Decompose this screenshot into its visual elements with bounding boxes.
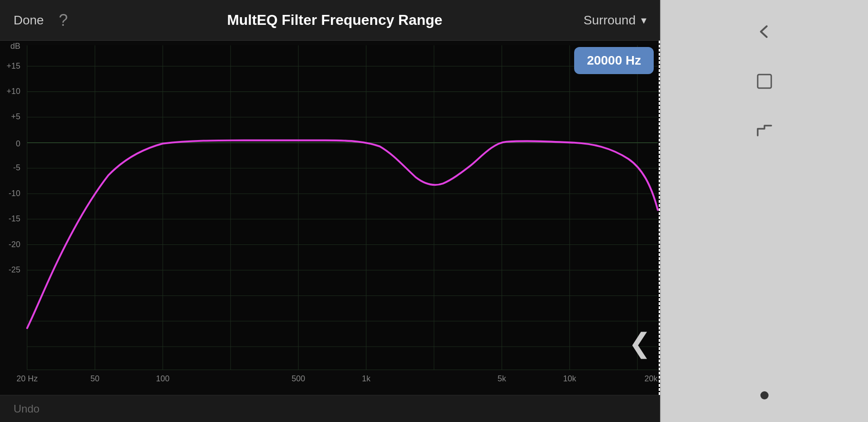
svg-text:1k: 1k xyxy=(362,374,371,383)
header: Done ? MultEQ Filter Frequency Range Sur… xyxy=(0,0,660,41)
dropdown-icon: ▾ xyxy=(641,14,646,27)
svg-text:0: 0 xyxy=(16,139,20,148)
svg-text:100: 100 xyxy=(156,374,170,383)
svg-text:500: 500 xyxy=(292,374,305,383)
frequency-badge: 20000 Hz xyxy=(574,47,654,74)
main-content: Done ? MultEQ Filter Frequency Range Sur… xyxy=(0,0,660,422)
done-button[interactable]: Done xyxy=(14,13,50,28)
chart-container: 20000 Hz ❮ xyxy=(0,41,660,395)
right-sidebar xyxy=(660,0,868,422)
svg-text:dB: dB xyxy=(10,41,20,51)
svg-text:-25: -25 xyxy=(9,265,20,274)
svg-text:+5: +5 xyxy=(11,112,20,121)
svg-text:50: 50 xyxy=(90,374,99,383)
svg-text:5k: 5k xyxy=(498,374,507,383)
step-function-icon[interactable] xyxy=(751,117,778,145)
chart-svg: dB +15 +10 +5 0 -5 -10 -15 -20 -25 20 Hz… xyxy=(0,41,660,395)
undo-button[interactable]: Undo xyxy=(14,403,39,415)
dot-indicator xyxy=(760,391,769,399)
svg-rect-43 xyxy=(758,75,771,88)
back-arrow-sidebar-icon[interactable] xyxy=(751,18,778,45)
svg-text:-15: -15 xyxy=(9,214,20,223)
square-icon[interactable] xyxy=(751,68,778,95)
svg-text:-20: -20 xyxy=(9,239,20,249)
help-button[interactable]: ? xyxy=(59,11,86,30)
svg-text:20 Hz: 20 Hz xyxy=(17,374,38,383)
channel-label: Surround xyxy=(584,13,636,28)
svg-text:-5: -5 xyxy=(13,163,20,172)
svg-text:20k: 20k xyxy=(645,374,658,383)
page-title: MultEQ Filter Frequency Range xyxy=(86,12,584,28)
svg-text:-10: -10 xyxy=(9,188,20,198)
svg-text:10k: 10k xyxy=(563,374,577,383)
back-arrow-chart[interactable]: ❮ xyxy=(628,327,651,359)
svg-text:+15: +15 xyxy=(6,61,20,70)
svg-text:+10: +10 xyxy=(6,86,20,96)
channel-selector[interactable]: Surround ▾ xyxy=(584,13,646,28)
bottom-bar: Undo xyxy=(0,395,660,422)
dashed-line xyxy=(659,41,660,395)
